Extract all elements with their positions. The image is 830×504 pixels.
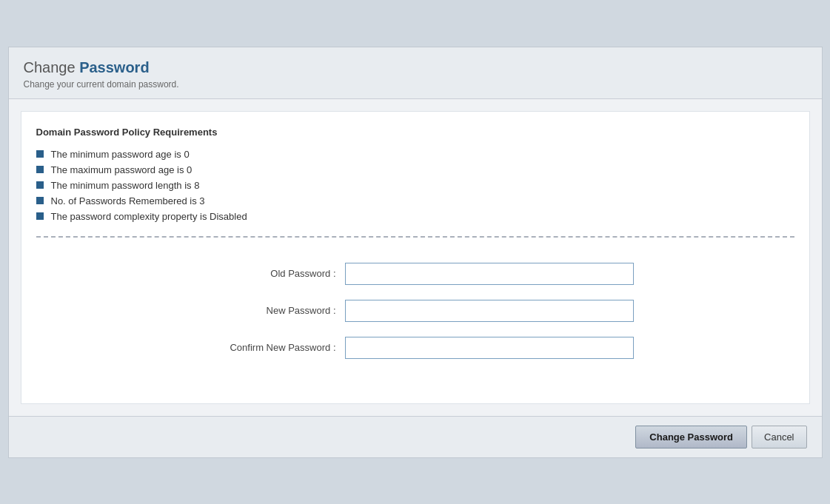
policy-item-text: The minimum password age is 0 [51,149,190,160]
bullet-icon [36,212,44,220]
confirm-password-label: Confirm New Password : [197,342,345,353]
confirm-password-input[interactable] [345,337,634,359]
list-item: The password complexity property is Disa… [36,209,794,224]
confirm-password-row: Confirm New Password : [36,337,794,359]
new-password-row: New Password : [36,300,794,322]
bullet-icon [36,181,44,189]
form-section: Old Password : New Password : Confirm Ne… [36,255,794,389]
list-item: The minimum password length is 8 [36,178,794,193]
title-plain: Change [24,59,80,75]
bullet-icon [36,197,44,204]
page-title: Change Password [24,59,807,76]
title-bold: Password [79,59,149,75]
old-password-label: Old Password : [197,268,345,279]
policy-item-text: The minimum password length is 8 [51,180,200,191]
main-content: Domain Password Policy Requirements The … [21,111,810,404]
old-password-row: Old Password : [36,263,794,285]
bullet-icon [36,166,44,173]
footer-section: Change Password Cancel [9,416,822,457]
new-password-label: New Password : [197,305,345,316]
page-container: Change Password Change your current doma… [8,47,823,458]
section-divider [36,236,794,238]
policy-item-text: The maximum password age is 0 [51,164,193,175]
list-item: No. of Passwords Remembered is 3 [36,193,794,209]
policy-list: The minimum password age is 0 The maximu… [36,147,794,224]
cancel-button[interactable]: Cancel [752,426,806,448]
policy-title: Domain Password Policy Requirements [36,127,794,138]
policy-item-text: The password complexity property is Disa… [51,211,247,222]
list-item: The maximum password age is 0 [36,162,794,178]
page-subtitle: Change your current domain password. [24,79,807,90]
bullet-icon [36,150,44,158]
header-section: Change Password Change your current doma… [9,47,822,99]
old-password-input[interactable] [345,263,634,285]
change-password-button[interactable]: Change Password [635,426,747,448]
policy-section: Domain Password Policy Requirements The … [36,127,794,224]
list-item: The minimum password age is 0 [36,147,794,162]
policy-item-text: No. of Passwords Remembered is 3 [51,195,205,206]
new-password-input[interactable] [345,300,634,322]
